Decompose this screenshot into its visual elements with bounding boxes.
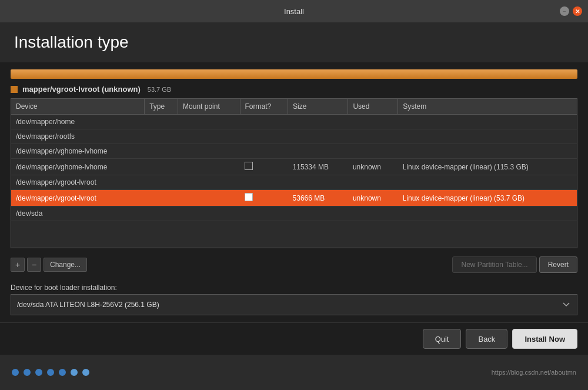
cell-system [398,206,577,221]
progress-dot-5 [71,369,78,376]
col-mount: Mount point [178,99,240,115]
cell-system [398,144,577,159]
window-title: Install [284,7,304,16]
cell-device: /dev/mapper/vghome-lvhome [11,144,145,159]
cell-type [145,175,178,190]
footer-url: https://blog.csdn.net/aboutmn [492,369,576,376]
cell-used [348,129,398,144]
partition-table: Device Type Mount point Format? Size Use… [11,99,577,221]
cell-type [145,206,178,221]
cell-format[interactable] [240,206,288,221]
progress-bar-fill [11,69,577,79]
cell-type [145,190,178,206]
remove-partition-button[interactable]: − [27,258,41,272]
install-now-button[interactable]: Install Now [512,329,577,349]
window-controls: − ✕ [560,6,582,16]
progress-dot-1 [24,369,31,376]
cell-system [398,129,577,144]
add-partition-button[interactable]: + [11,258,25,272]
cell-mount [178,190,240,206]
cell-device: /dev/mapper/rootfs [11,129,145,144]
col-format: Format? [240,99,288,115]
cell-size: 53666 MB [288,190,348,206]
table-row[interactable]: /dev/mapper/vgroot-lvroot [11,175,577,190]
quit-button[interactable]: Quit [423,329,462,349]
cell-device: /dev/mapper/vgroot-lvroot [11,175,145,190]
cell-used: unknown [348,159,398,175]
progress-dot-2 [35,369,42,376]
partition-size: 53.7 GB [148,86,171,93]
progress-dot-6 [82,369,89,376]
progress-dot-4 [59,369,66,376]
bootloader-section: Device for boot loader installation: /de… [11,284,577,315]
cell-size: 115334 MB [288,159,348,175]
cell-mount [178,159,240,175]
partition-table-wrapper[interactable]: Device Type Mount point Format? Size Use… [11,98,577,248]
format-checkbox[interactable] [245,162,253,170]
cell-size [288,115,348,129]
revert-button[interactable]: Revert [539,256,577,273]
header-section: Installation type [0,22,588,62]
cell-format[interactable] [240,129,288,144]
change-partition-button[interactable]: Change... [44,258,87,272]
cell-system: Linux device-mapper (linear) (115.3 GB) [398,159,577,175]
table-toolbar: + − Change... New Partition Table... Rev… [11,253,577,276]
cell-system [398,115,577,129]
cell-used [348,206,398,221]
cell-used [348,175,398,190]
cell-system [398,175,577,190]
cell-size [288,129,348,144]
partition-color-indicator [11,86,18,93]
cell-mount [178,144,240,159]
close-button[interactable]: ✕ [573,6,582,16]
table-row[interactable]: /dev/mapper/vghome-lvhome115334 MBunknow… [11,159,577,175]
progress-dot-3 [47,369,54,376]
minimize-button[interactable]: − [560,6,569,16]
cell-device: /dev/mapper/home [11,115,145,129]
cell-format[interactable] [240,144,288,159]
title-bar: Install − ✕ [0,0,588,22]
cell-used [348,144,398,159]
table-row[interactable]: /dev/sda [11,206,577,221]
content-section: mapper/vgroot-lvroot (unknown) 53.7 GB D… [0,62,588,322]
col-type: Type [145,99,178,115]
cell-format[interactable] [240,115,288,129]
table-header-row: Device Type Mount point Format? Size Use… [11,99,577,115]
cell-mount [178,129,240,144]
cell-mount [178,175,240,190]
footer: https://blog.csdn.net/aboutmn [0,355,588,390]
page-title: Installation type [14,33,574,52]
cell-used [348,115,398,129]
cell-mount [178,206,240,221]
cell-system: Linux device-mapper (linear) (53.7 GB) [398,190,577,206]
progress-dots [12,369,89,376]
cell-type [145,115,178,129]
cell-mount [178,115,240,129]
cell-size [288,144,348,159]
partition-info: mapper/vgroot-lvroot (unknown) 53.7 GB [11,85,577,94]
bootloader-select[interactable]: /dev/sda ATA LITEON L8H-256V2 (256.1 GB) [11,294,577,315]
col-device: Device [11,99,145,115]
cell-format[interactable] [240,175,288,190]
col-system: System [398,99,577,115]
table-row[interactable]: /dev/mapper/home [11,115,577,129]
cell-device: /dev/sda [11,206,145,221]
cell-type [145,129,178,144]
progress-dot-0 [12,369,19,376]
cell-type [145,159,178,175]
col-used: Used [348,99,398,115]
progress-bar [11,69,577,79]
new-partition-table-button[interactable]: New Partition Table... [452,256,536,273]
table-row[interactable]: /dev/mapper/vghome-lvhome [11,144,577,159]
cell-size [288,175,348,190]
bottom-bar: Quit Back Install Now [0,322,588,355]
cell-format[interactable] [240,159,288,175]
cell-format[interactable] [240,190,288,206]
table-row[interactable]: /dev/mapper/vgroot-lvroot53666 MBunknown… [11,190,577,206]
cell-type [145,144,178,159]
format-checkbox[interactable] [245,193,253,201]
col-size: Size [288,99,348,115]
bootloader-label: Device for boot loader installation: [11,284,577,292]
table-row[interactable]: /dev/mapper/rootfs [11,129,577,144]
back-button[interactable]: Back [466,329,507,349]
